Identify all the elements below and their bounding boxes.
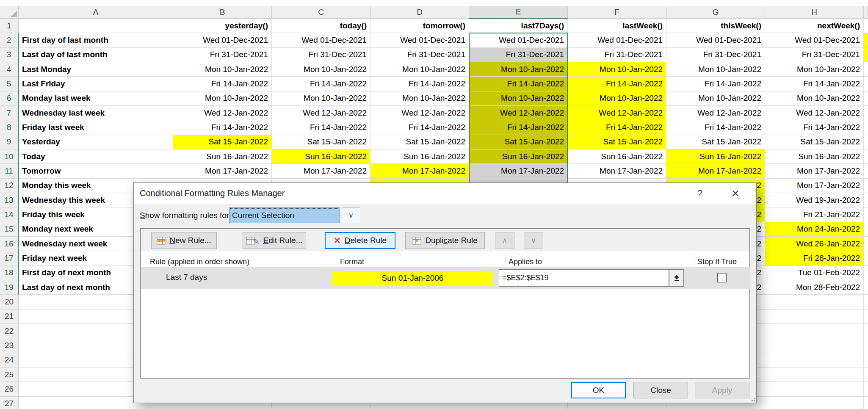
cell-E10[interactable]: Sun 16-Jan-2022 bbox=[469, 149, 568, 164]
cell-partial[interactable] bbox=[864, 338, 868, 353]
column-header-H[interactable]: H bbox=[765, 6, 864, 19]
cell-B9[interactable]: Sat 15-Jan-2022 bbox=[173, 135, 272, 149]
ok-button[interactable]: OK bbox=[571, 382, 626, 398]
cell-partial[interactable] bbox=[864, 207, 868, 222]
cell-G8[interactable]: Fri 14-Jan-2022 bbox=[666, 120, 765, 135]
cell-B2[interactable]: Wed 01-Dec-2021 bbox=[173, 33, 272, 47]
column-header-E[interactable]: E bbox=[469, 6, 568, 19]
cell-partial[interactable] bbox=[864, 135, 868, 149]
close-button[interactable]: Close bbox=[633, 382, 688, 398]
select-all-corner[interactable] bbox=[0, 6, 19, 19]
cell-H23[interactable] bbox=[765, 338, 864, 353]
cell-F3[interactable]: Fri 31-Dec-2021 bbox=[568, 48, 666, 62]
cell-B3[interactable]: Fri 31-Dec-2021 bbox=[173, 48, 272, 62]
cell-F7[interactable]: Wed 12-Jan-2022 bbox=[568, 106, 666, 120]
cell-H5[interactable]: Fri 14-Jan-2022 bbox=[765, 77, 864, 91]
cell-E1[interactable]: last7Days() bbox=[469, 19, 568, 33]
row-header-11[interactable]: 11 bbox=[0, 164, 19, 178]
cell-G1[interactable]: thisWeek() bbox=[666, 19, 765, 33]
cell-F2[interactable]: Wed 01-Dec-2021 bbox=[568, 33, 666, 47]
cell-partial[interactable] bbox=[864, 251, 868, 265]
cell-partial[interactable] bbox=[864, 222, 868, 237]
cell-D2[interactable]: Wed 01-Dec-2021 bbox=[370, 33, 469, 47]
cell-partial[interactable] bbox=[864, 120, 868, 135]
cell-G6[interactable]: Mon 10-Jan-2022 bbox=[666, 91, 765, 106]
cell-partial[interactable] bbox=[864, 295, 868, 309]
cell-H24[interactable] bbox=[765, 353, 864, 368]
cell-H14[interactable]: Fri 21-Jan-2022 bbox=[765, 207, 864, 222]
row-header-10[interactable]: 10 bbox=[0, 149, 19, 164]
cell-D1[interactable]: tomorrow() bbox=[370, 19, 469, 33]
cell-G2[interactable]: Wed 01-Dec-2021 bbox=[666, 33, 765, 47]
cell-E2[interactable]: Wed 01-Dec-2021 bbox=[469, 33, 568, 47]
resize-grip-icon[interactable] bbox=[750, 396, 755, 401]
row-header-25[interactable]: 25 bbox=[0, 368, 19, 382]
cell-B8[interactable]: Fri 14-Jan-2022 bbox=[173, 120, 272, 135]
cell-C3[interactable]: Fri 31-Dec-2021 bbox=[272, 48, 370, 62]
row-header-17[interactable]: 17 bbox=[0, 251, 19, 265]
cell-F11[interactable]: Mon 17-Jan-2022 bbox=[568, 164, 666, 178]
column-header-F[interactable]: F bbox=[568, 6, 666, 19]
cell-F10[interactable]: Sun 16-Jan-2022 bbox=[568, 149, 666, 164]
row-header-8[interactable]: 8 bbox=[0, 120, 19, 135]
cell-H1[interactable]: nextWeek() bbox=[765, 19, 864, 33]
new-rule-button[interactable]: New Rule... bbox=[151, 232, 217, 249]
cell-F4[interactable]: Mon 10-Jan-2022 bbox=[568, 62, 666, 77]
cell-B6[interactable]: Mon 10-Jan-2022 bbox=[173, 91, 272, 106]
cell-A11[interactable]: Tomorrow bbox=[19, 164, 173, 178]
cell-A4[interactable]: Last Monday bbox=[19, 62, 173, 77]
cell-A9[interactable]: Yesterday bbox=[19, 135, 173, 149]
cell-G9[interactable]: Sat 15-Jan-2022 bbox=[666, 135, 765, 149]
cell-E8[interactable]: Fri 14-Jan-2022 bbox=[469, 120, 568, 135]
row-header-24[interactable]: 24 bbox=[0, 353, 19, 368]
cell-H21[interactable] bbox=[765, 310, 864, 324]
cell-partial[interactable] bbox=[864, 149, 868, 164]
cell-B4[interactable]: Mon 10-Jan-2022 bbox=[173, 62, 272, 77]
cell-G10[interactable]: Sun 16-Jan-2022 bbox=[666, 149, 765, 164]
row-header-23[interactable]: 23 bbox=[0, 338, 19, 353]
cell-C10[interactable]: Sun 16-Jan-2022 bbox=[272, 149, 370, 164]
cell-H4[interactable]: Mon 10-Jan-2022 bbox=[765, 62, 864, 77]
row-header-21[interactable]: 21 bbox=[0, 310, 19, 324]
cell-F5[interactable]: Fri 14-Jan-2022 bbox=[568, 77, 666, 91]
cell-D3[interactable]: Fri 31-Dec-2021 bbox=[370, 48, 469, 62]
cell-H26[interactable] bbox=[765, 382, 864, 397]
cell-C9[interactable]: Sat 15-Jan-2022 bbox=[272, 135, 370, 149]
cell-partial[interactable] bbox=[864, 237, 868, 251]
cell-B10[interactable]: Sun 16-Jan-2022 bbox=[173, 149, 272, 164]
cell-H22[interactable] bbox=[765, 324, 864, 338]
cell-G4[interactable]: Mon 10-Jan-2022 bbox=[666, 62, 765, 77]
cell-C6[interactable]: Mon 10-Jan-2022 bbox=[272, 91, 370, 106]
cell-B11[interactable]: Mon 17-Jan-2022 bbox=[173, 164, 272, 178]
cell-E6[interactable]: Mon 10-Jan-2022 bbox=[469, 91, 568, 106]
cell-C1[interactable]: today() bbox=[272, 19, 370, 33]
row-header-1[interactable]: 1 bbox=[0, 19, 19, 33]
cell-A2[interactable]: First day of last month bbox=[19, 33, 173, 47]
cell-partial[interactable] bbox=[864, 19, 868, 33]
scope-dropdown-chevron-icon[interactable]: ∨ bbox=[342, 207, 360, 223]
cell-A8[interactable]: Friday last week bbox=[19, 120, 173, 135]
cell-B5[interactable]: Fri 14-Jan-2022 bbox=[173, 77, 272, 91]
column-header-A[interactable]: A bbox=[19, 6, 173, 19]
cell-D6[interactable]: Mon 10-Jan-2022 bbox=[370, 91, 469, 106]
cell-B7[interactable]: Wed 12-Jan-2022 bbox=[173, 106, 272, 120]
row-header-7[interactable]: 7 bbox=[0, 106, 19, 120]
row-header-16[interactable]: 16 bbox=[0, 237, 19, 251]
column-header-partial[interactable] bbox=[864, 6, 868, 19]
row-header-4[interactable]: 4 bbox=[0, 62, 19, 77]
row-header-12[interactable]: 12 bbox=[0, 179, 19, 193]
cell-F8[interactable]: Fri 14-Jan-2022 bbox=[568, 120, 666, 135]
row-header-27[interactable]: 27 bbox=[0, 397, 19, 409]
cell-C2[interactable]: Wed 01-Dec-2021 bbox=[272, 33, 370, 47]
cell-H13[interactable]: Wed 19-Jan-2022 bbox=[765, 193, 864, 207]
row-header-9[interactable]: 9 bbox=[0, 135, 19, 149]
cell-partial[interactable] bbox=[864, 33, 868, 47]
cell-B1[interactable]: yesterday() bbox=[173, 19, 272, 33]
row-header-18[interactable]: 18 bbox=[0, 266, 19, 280]
cell-C5[interactable]: Fri 14-Jan-2022 bbox=[272, 77, 370, 91]
row-header-26[interactable]: 26 bbox=[0, 382, 19, 397]
cell-partial[interactable] bbox=[864, 280, 868, 295]
row-header-14[interactable]: 14 bbox=[0, 207, 19, 222]
cell-D10[interactable]: Sun 16-Jan-2022 bbox=[370, 149, 469, 164]
range-picker-button[interactable] bbox=[669, 269, 684, 287]
